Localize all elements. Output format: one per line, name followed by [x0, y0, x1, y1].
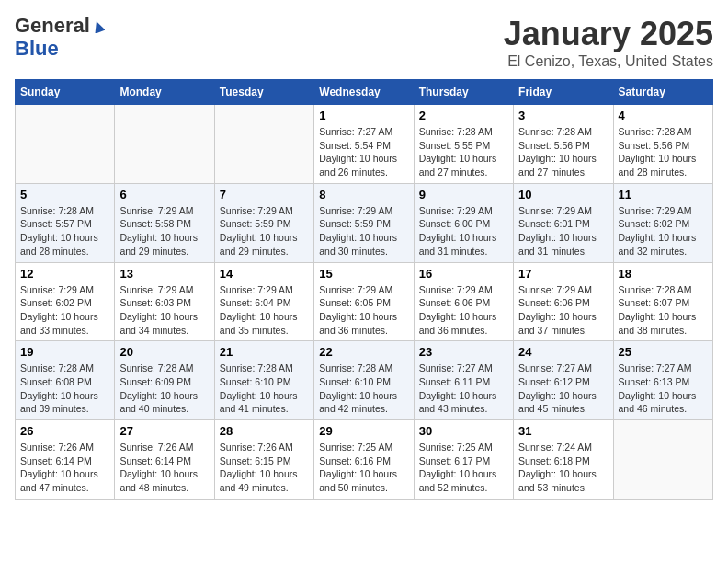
- header-cell-monday: Monday: [115, 80, 214, 105]
- table-row: 19Sunrise: 7:28 AMSunset: 6:08 PMDayligh…: [16, 341, 115, 420]
- day-info: Sunrise: 7:28 AMSunset: 5:55 PMDaylight:…: [419, 125, 508, 179]
- table-row: 8Sunrise: 7:29 AMSunset: 5:59 PMDaylight…: [314, 183, 414, 262]
- header-cell-wednesday: Wednesday: [314, 80, 414, 105]
- calendar-body: 1Sunrise: 7:27 AMSunset: 5:54 PMDaylight…: [16, 105, 713, 500]
- table-row: 28Sunrise: 7:26 AMSunset: 6:15 PMDayligh…: [214, 420, 313, 500]
- table-row: 15Sunrise: 7:29 AMSunset: 6:05 PMDayligh…: [314, 262, 414, 341]
- header-cell-friday: Friday: [514, 80, 613, 105]
- day-number: 3: [518, 109, 608, 122]
- day-number: 19: [20, 345, 109, 359]
- day-info: Sunrise: 7:28 AMSunset: 6:09 PMDaylight:…: [119, 362, 209, 416]
- day-number: 2: [419, 109, 508, 122]
- day-info: Sunrise: 7:26 AMSunset: 6:15 PMDaylight:…: [220, 441, 309, 495]
- page-header: General Blue January 2025 El Cenizo, Tex…: [15, 15, 713, 70]
- table-row: 23Sunrise: 7:27 AMSunset: 6:11 PMDayligh…: [414, 341, 513, 420]
- day-number: 16: [419, 267, 508, 281]
- day-info: Sunrise: 7:28 AMSunset: 6:08 PMDaylight:…: [20, 362, 109, 416]
- day-info: Sunrise: 7:29 AMSunset: 5:59 PMDaylight:…: [319, 204, 408, 259]
- day-info: Sunrise: 7:28 AMSunset: 6:07 PMDaylight:…: [619, 283, 708, 338]
- table-row: 9Sunrise: 7:29 AMSunset: 6:00 PMDaylight…: [414, 183, 513, 262]
- calendar-title: January 2025: [504, 15, 713, 53]
- day-number: 22: [319, 345, 408, 359]
- table-row: 21Sunrise: 7:28 AMSunset: 6:10 PMDayligh…: [214, 341, 313, 420]
- table-row: 13Sunrise: 7:29 AMSunset: 6:03 PMDayligh…: [115, 262, 214, 341]
- table-row: 20Sunrise: 7:28 AMSunset: 6:09 PMDayligh…: [115, 341, 214, 420]
- day-number: 31: [518, 424, 608, 438]
- table-row: 4Sunrise: 7:28 AMSunset: 5:56 PMDaylight…: [613, 105, 712, 184]
- table-row: 17Sunrise: 7:29 AMSunset: 6:06 PMDayligh…: [514, 262, 613, 341]
- table-row: 1Sunrise: 7:27 AMSunset: 5:54 PMDaylight…: [314, 105, 414, 184]
- day-info: Sunrise: 7:28 AMSunset: 5:57 PMDaylight:…: [20, 204, 109, 259]
- table-row: 5Sunrise: 7:28 AMSunset: 5:57 PMDaylight…: [16, 183, 115, 262]
- calendar-week-row: 12Sunrise: 7:29 AMSunset: 6:02 PMDayligh…: [16, 262, 713, 341]
- table-row: 12Sunrise: 7:29 AMSunset: 6:02 PMDayligh…: [16, 262, 115, 341]
- day-number: 17: [518, 267, 608, 281]
- table-row: [214, 105, 313, 184]
- table-row: 27Sunrise: 7:26 AMSunset: 6:14 PMDayligh…: [115, 420, 214, 500]
- day-number: 6: [119, 188, 209, 201]
- day-info: Sunrise: 7:29 AMSunset: 6:03 PMDaylight:…: [119, 283, 209, 338]
- table-row: 31Sunrise: 7:24 AMSunset: 6:18 PMDayligh…: [514, 420, 613, 500]
- table-row: 29Sunrise: 7:25 AMSunset: 6:16 PMDayligh…: [314, 420, 414, 500]
- day-number: 1: [319, 109, 408, 122]
- logo: General Blue: [15, 15, 105, 60]
- day-number: 9: [419, 188, 508, 201]
- day-info: Sunrise: 7:27 AMSunset: 6:11 PMDaylight:…: [419, 362, 508, 416]
- calendar-week-row: 19Sunrise: 7:28 AMSunset: 6:08 PMDayligh…: [16, 341, 713, 420]
- logo-blue: Blue: [15, 37, 59, 60]
- logo-general: General: [15, 14, 90, 37]
- day-number: 14: [220, 267, 309, 281]
- calendar-week-row: 1Sunrise: 7:27 AMSunset: 5:54 PMDaylight…: [16, 105, 713, 184]
- table-row: 14Sunrise: 7:29 AMSunset: 6:04 PMDayligh…: [214, 262, 313, 341]
- day-info: Sunrise: 7:26 AMSunset: 6:14 PMDaylight:…: [20, 441, 109, 495]
- day-number: 13: [119, 267, 209, 281]
- table-row: [16, 105, 115, 184]
- table-row: 3Sunrise: 7:28 AMSunset: 5:56 PMDaylight…: [514, 105, 613, 184]
- logo-arrow-icon: [92, 16, 105, 38]
- calendar-subtitle: El Cenizo, Texas, United States: [504, 53, 713, 70]
- day-info: Sunrise: 7:29 AMSunset: 6:06 PMDaylight:…: [419, 283, 508, 338]
- day-info: Sunrise: 7:27 AMSunset: 5:54 PMDaylight:…: [319, 125, 408, 179]
- day-info: Sunrise: 7:29 AMSunset: 6:00 PMDaylight:…: [419, 204, 508, 259]
- day-info: Sunrise: 7:29 AMSunset: 6:05 PMDaylight:…: [319, 283, 408, 338]
- header-cell-sunday: Sunday: [16, 80, 115, 105]
- day-info: Sunrise: 7:29 AMSunset: 5:58 PMDaylight:…: [119, 204, 209, 259]
- day-info: Sunrise: 7:25 AMSunset: 6:16 PMDaylight:…: [319, 441, 408, 495]
- day-number: 11: [619, 188, 708, 201]
- day-number: 25: [619, 345, 708, 359]
- calendar-week-row: 26Sunrise: 7:26 AMSunset: 6:14 PMDayligh…: [16, 420, 713, 500]
- table-row: 22Sunrise: 7:28 AMSunset: 6:10 PMDayligh…: [314, 341, 414, 420]
- day-info: Sunrise: 7:27 AMSunset: 6:13 PMDaylight:…: [619, 362, 708, 416]
- day-info: Sunrise: 7:26 AMSunset: 6:14 PMDaylight:…: [119, 441, 209, 495]
- day-number: 26: [20, 424, 109, 438]
- day-info: Sunrise: 7:29 AMSunset: 6:02 PMDaylight:…: [20, 283, 109, 338]
- day-number: 24: [518, 345, 608, 359]
- day-number: 5: [20, 188, 109, 201]
- day-number: 27: [119, 424, 209, 438]
- day-number: 23: [419, 345, 508, 359]
- day-info: Sunrise: 7:24 AMSunset: 6:18 PMDaylight:…: [518, 441, 608, 495]
- header-cell-tuesday: Tuesday: [214, 80, 313, 105]
- day-number: 30: [419, 424, 508, 438]
- day-info: Sunrise: 7:28 AMSunset: 6:10 PMDaylight:…: [220, 362, 309, 416]
- title-section: January 2025 El Cenizo, Texas, United St…: [504, 15, 713, 70]
- day-number: 12: [20, 267, 109, 281]
- day-info: Sunrise: 7:29 AMSunset: 6:02 PMDaylight:…: [619, 204, 708, 259]
- table-row: 16Sunrise: 7:29 AMSunset: 6:06 PMDayligh…: [414, 262, 513, 341]
- table-row: [115, 105, 214, 184]
- header-cell-saturday: Saturday: [613, 80, 712, 105]
- day-number: 4: [619, 109, 708, 122]
- header-cell-thursday: Thursday: [414, 80, 513, 105]
- day-info: Sunrise: 7:28 AMSunset: 5:56 PMDaylight:…: [619, 125, 708, 179]
- table-row: [613, 420, 712, 500]
- day-info: Sunrise: 7:29 AMSunset: 5:59 PMDaylight:…: [220, 204, 309, 259]
- day-number: 29: [319, 424, 408, 438]
- day-number: 20: [119, 345, 209, 359]
- table-row: 7Sunrise: 7:29 AMSunset: 5:59 PMDaylight…: [214, 183, 313, 262]
- day-info: Sunrise: 7:28 AMSunset: 5:56 PMDaylight:…: [518, 125, 608, 179]
- table-row: 30Sunrise: 7:25 AMSunset: 6:17 PMDayligh…: [414, 420, 513, 500]
- day-info: Sunrise: 7:29 AMSunset: 6:01 PMDaylight:…: [518, 204, 608, 259]
- table-row: 11Sunrise: 7:29 AMSunset: 6:02 PMDayligh…: [613, 183, 712, 262]
- day-number: 10: [518, 188, 608, 201]
- table-row: 6Sunrise: 7:29 AMSunset: 5:58 PMDaylight…: [115, 183, 214, 262]
